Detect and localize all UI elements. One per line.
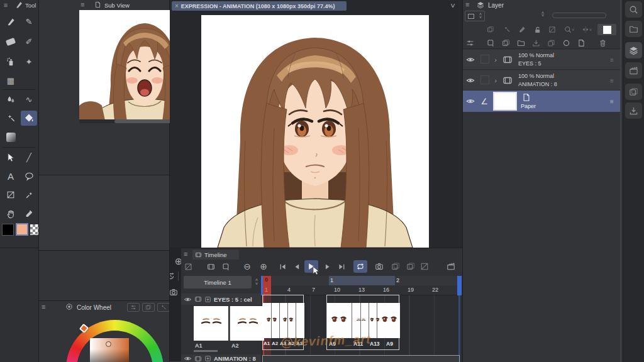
thumb-scrollbar[interactable] [194,350,218,352]
fill-tool[interactable] [21,111,37,126]
frame-border-tool[interactable] [3,187,19,202]
onion-skin-next-button[interactable] [405,261,416,272]
lock-transparent-icon[interactable] [547,25,557,35]
pen-tool[interactable] [3,14,19,29]
reference-layer-icon[interactable] [502,25,512,35]
cel-thumbnail-a2[interactable] [230,306,264,341]
eyes-track-header[interactable]: EYES : 5 : cel [181,293,261,305]
tab-timeline[interactable]: Timeline [192,250,239,260]
subview-menu-icon[interactable]: ≡ [80,1,84,8]
apply-mask-icon[interactable] [576,38,586,48]
layer-panel-scrollbar[interactable] [620,0,621,362]
add-cel-icon[interactable] [204,355,211,362]
gradient-tool[interactable] [3,129,19,145]
liquify-tool[interactable]: ∿ [21,92,37,107]
new-timeline-icon[interactable] [182,261,194,272]
layer-row-paper[interactable]: ∠ Paper ≡ [463,90,620,112]
hand-tool[interactable] [3,206,19,221]
decoration-tool[interactable]: ✦ [21,54,37,69]
onion-skin-button[interactable] [374,261,385,272]
color-wheel-menu-icon[interactable]: ≡ [42,304,45,310]
transparent-color-swatch[interactable] [30,224,38,235]
balloon-tool[interactable] [21,168,37,184]
export-animation-button[interactable] [445,261,457,272]
layer-handle-icon[interactable]: ≡ [608,75,616,85]
combine-down-icon[interactable] [546,38,556,48]
sv-selector[interactable] [106,341,111,347]
strip-subview-button[interactable] [625,21,642,37]
timeline-menu-icon[interactable]: ≡ [184,251,187,258]
lock-layer-icon[interactable] [532,25,542,35]
layer-row-animation[interactable]: › 100 % Normal ANIMATION : 8 ≡ [463,70,620,90]
animation-track-header[interactable]: ANIMATION : 8 [181,354,261,362]
blend-mode-box[interactable]: ˄˅ [465,11,485,21]
delete-layer-icon[interactable] [597,38,608,48]
timeline-settings-icon[interactable] [205,261,216,272]
visibility-eye-icon[interactable] [465,75,475,85]
line-tool[interactable]: ╱ [21,150,37,165]
previous-frame-button[interactable] [291,261,302,272]
add-cel-icon[interactable] [204,296,211,303]
timeline-zoom-out-icon[interactable]: ⊖ [242,261,253,272]
transfer-down-icon[interactable] [531,38,541,48]
visibility-eye-icon[interactable] [465,55,475,65]
main-color-swatch[interactable] [2,224,14,236]
skip-to-start-button[interactable] [277,261,288,272]
draw-target-cell[interactable] [480,75,489,84]
draft-layer-icon[interactable] [517,25,527,35]
canvas-tab[interactable]: × EXPRESSION - ANIMATION (1080 x 1080px … [172,1,347,11]
layer-menu-icon[interactable]: ≡ [465,1,469,8]
onion-skin-prev-button[interactable] [390,261,401,272]
enable-mask-icon[interactable]: ˅ [562,25,576,35]
new-raster-layer-icon[interactable] [486,38,496,48]
eraser-tool[interactable] [3,34,19,49]
strip-material-button[interactable] [625,84,642,100]
strip-layer-button[interactable] [625,42,642,58]
new-folder-icon[interactable] [516,38,526,48]
strip-navigator-button[interactable] [625,1,642,18]
eyedropper-tool[interactable] [21,206,37,221]
opacity-slider-bar[interactable] [552,13,606,18]
clip-to-layer-icon[interactable] [486,25,496,35]
light-table-button[interactable] [419,261,430,272]
cel-thumbnail-a1[interactable] [194,306,228,341]
strip-timeline-button[interactable] [625,62,642,79]
main-canvas[interactable] [201,15,429,248]
expand-chevron-icon[interactable]: › [492,55,499,65]
playhead[interactable]: 0 1 [263,276,271,295]
text-tool[interactable]: A [3,168,19,184]
visibility-eye-icon[interactable] [465,96,475,106]
new-vector-layer-icon[interactable] [501,38,511,48]
layer-handle-icon[interactable]: ≡ [608,55,616,65]
operation-tool[interactable] [3,150,19,165]
airbrush-tool[interactable] [3,54,19,69]
next-frame-button[interactable] [322,261,333,272]
figure-tool[interactable]: ▦ [3,73,19,88]
change-palette-icon[interactable] [465,38,475,48]
strip-export-button[interactable] [625,102,642,119]
timeline-selector[interactable]: Timeline 1 [184,276,252,288]
layer-color-button[interactable] [597,24,616,35]
tool-panel-menu-icon[interactable]: ≡ [1,1,10,9]
create-mask-icon[interactable] [561,38,571,48]
auto-select-tool[interactable] [3,111,19,126]
blend-tool[interactable] [3,92,19,107]
loop-play-button[interactable] [353,260,367,273]
layer-handle-icon[interactable]: ≡ [608,96,616,106]
canvas-list-chevron[interactable]: ˅ [447,1,459,11]
pencil-tool[interactable]: ✎ [21,14,37,29]
tab-color-mixing[interactable] [157,303,170,312]
animation-track-bar[interactable] [262,355,460,362]
flow-line-tool[interactable] [21,187,37,202]
visibility-eye-icon[interactable] [184,295,192,304]
layer-row-eyes[interactable]: › 100 % Normal EYES : 5 ≡ [463,50,620,70]
tab-color-set[interactable] [142,303,155,312]
loop-end-marker[interactable] [457,276,462,295]
paper-layer-thumbnail[interactable] [493,92,517,111]
timeline-selector-spinners[interactable]: ˄ ˅ [253,276,260,288]
visibility-eye-icon[interactable] [184,354,192,362]
close-icon[interactable]: × [175,3,179,9]
timeline-zoom-in-icon[interactable]: ⊕ [258,261,269,272]
new-cel-icon[interactable] [220,261,231,272]
sub-color-swatch[interactable] [16,223,28,236]
